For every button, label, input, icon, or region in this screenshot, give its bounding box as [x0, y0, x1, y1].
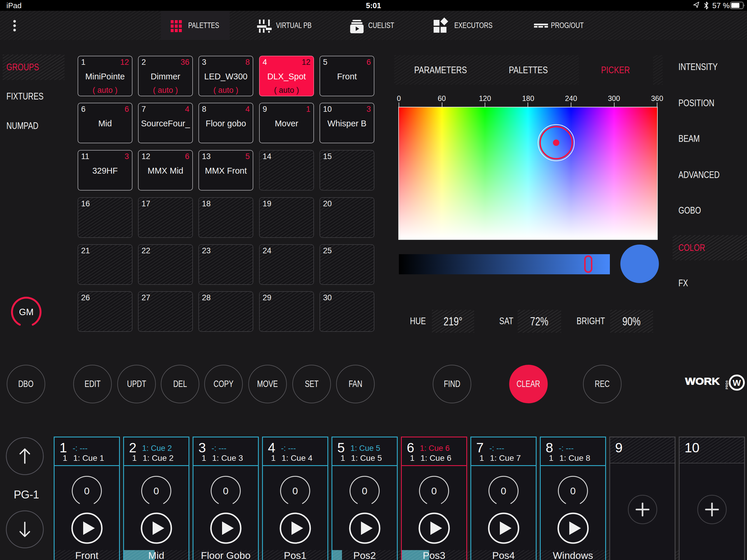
svg-text:W: W: [733, 378, 741, 387]
svg-text:0: 0: [292, 485, 298, 497]
svg-text:0: 0: [153, 485, 159, 497]
svg-text:0: 0: [223, 485, 229, 497]
svg-text:0: 0: [570, 485, 576, 497]
svg-text:GM: GM: [19, 307, 33, 317]
svg-text:0: 0: [362, 485, 367, 497]
svg-text:0: 0: [501, 485, 506, 497]
svg-text:0: 0: [431, 485, 437, 497]
svg-text:0: 0: [84, 485, 89, 497]
